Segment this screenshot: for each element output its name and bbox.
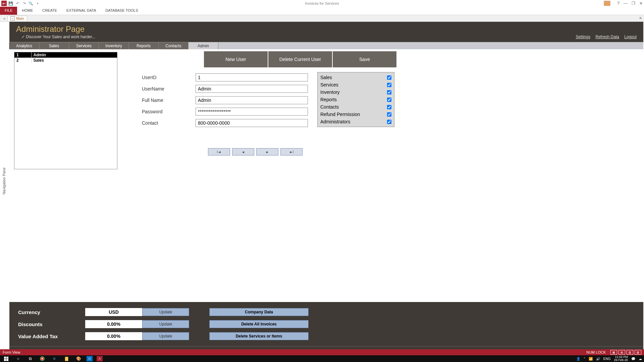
- perm-check-sales[interactable]: [387, 75, 391, 80]
- tab-analytics[interactable]: Analytics: [9, 42, 39, 49]
- document-tab-main[interactable]: ≡ Main: [7, 16, 27, 21]
- company-data-button[interactable]: Company Data: [209, 308, 309, 316]
- edge-icon[interactable]: e: [50, 355, 58, 362]
- user-list-row[interactable]: 2 Sales: [14, 58, 117, 63]
- settings-link[interactable]: Settings: [576, 35, 590, 39]
- input-fullname[interactable]: [196, 96, 308, 104]
- label-password: Password: [142, 109, 196, 114]
- user-list-row[interactable]: 1 Admin: [14, 52, 117, 58]
- discounts-update-button[interactable]: Update: [142, 320, 189, 328]
- volume-icon[interactable]: 🔊: [596, 357, 600, 361]
- people-icon[interactable]: 👤: [576, 357, 580, 361]
- explorer-icon[interactable]: ▇: [62, 355, 70, 362]
- status-left: Form View: [3, 350, 20, 354]
- user-avatar[interactable]: [604, 1, 610, 6]
- next-record-button[interactable]: ►: [256, 148, 278, 156]
- prev-record-button[interactable]: ◄: [232, 148, 254, 156]
- perm-check-inventory[interactable]: [387, 90, 391, 95]
- user-name: Admin: [31, 52, 117, 58]
- delete-invoices-button[interactable]: Delete All Invoices: [209, 320, 309, 328]
- redo-icon[interactable]: ↷: [21, 1, 27, 6]
- ribbon-tab-dbtools[interactable]: DATABASE TOOLS: [101, 7, 143, 15]
- taskbar: ○ ⧉ e ▇ 🎨 O A 👤 ˄ 📶 🔊 ENG 11:02 PM 29-Fe…: [0, 355, 644, 362]
- document-close-icon[interactable]: ✕: [639, 16, 642, 20]
- ribbon-tab-create[interactable]: CREATE: [38, 7, 62, 15]
- restore-icon[interactable]: ❐: [632, 1, 635, 6]
- form-view-icon[interactable]: ▦: [610, 350, 617, 355]
- currency-update-button[interactable]: Update: [142, 308, 189, 316]
- access-taskbar-icon[interactable]: A: [97, 356, 103, 361]
- record-navigator: I◄ ◄ ► ►I: [208, 148, 303, 156]
- vat-input[interactable]: [85, 332, 142, 340]
- perm-label: Refund Permission: [320, 112, 360, 117]
- svg-rect-0: [4, 357, 6, 359]
- cortana-icon[interactable]: ○: [14, 355, 22, 362]
- input-username[interactable]: [196, 85, 308, 93]
- currency-input[interactable]: [85, 308, 142, 316]
- tab-sales[interactable]: Sales: [39, 42, 69, 49]
- lang-indicator[interactable]: ENG: [603, 357, 611, 361]
- qat-dropdown-icon[interactable]: ▾: [35, 1, 40, 6]
- user-list[interactable]: 1 Admin 2 Sales: [14, 52, 117, 169]
- undo-icon[interactable]: ↶: [15, 1, 20, 6]
- user-id: 2: [14, 58, 31, 63]
- chrome-icon[interactable]: [38, 355, 46, 362]
- discounts-input[interactable]: [85, 320, 142, 328]
- document-tab-bar: » ≡ Main ✕: [0, 15, 644, 22]
- settings-panel: Currency Update Company Data Discounts U…: [9, 302, 643, 346]
- wifi-icon[interactable]: 📶: [589, 357, 593, 361]
- minimize-icon[interactable]: —: [624, 1, 628, 6]
- page-subtitle: ✓ Discover Your Sales and work harder...: [21, 35, 637, 39]
- permissions-box: Sales Services Inventory Reports Contact…: [317, 72, 394, 127]
- logout-link[interactable]: Logout: [624, 35, 637, 39]
- discounts-label: Discounts: [18, 321, 85, 327]
- perm-row: Sales: [320, 74, 391, 81]
- datasheet-view-icon[interactable]: ▤: [619, 350, 625, 355]
- tab-admin[interactable]: Admin: [188, 42, 218, 49]
- input-contact[interactable]: [196, 119, 308, 127]
- tab-inventory[interactable]: Inventory: [99, 42, 129, 49]
- tab-services[interactable]: Services: [69, 42, 99, 49]
- user-id: 1: [14, 52, 31, 58]
- perm-check-services[interactable]: [387, 83, 391, 87]
- delete-services-button[interactable]: Delete Services or Items: [209, 332, 309, 340]
- ribbon-tab-file[interactable]: FILE: [0, 7, 17, 15]
- tab-reports[interactable]: Reports: [128, 42, 159, 49]
- perm-check-reports[interactable]: [387, 98, 391, 102]
- outlook-icon[interactable]: O: [87, 356, 93, 361]
- perm-check-contacts[interactable]: [387, 105, 391, 109]
- close-icon[interactable]: ✕: [639, 1, 643, 6]
- task-view-icon[interactable]: ⧉: [26, 355, 34, 362]
- vat-update-button[interactable]: Update: [142, 332, 189, 340]
- help-icon[interactable]: ?: [617, 1, 620, 6]
- nav-pane-label[interactable]: Navigation Pane: [2, 168, 6, 195]
- save-icon[interactable]: 💾: [8, 1, 13, 6]
- clock[interactable]: 11:02 PM 29-Feb-20: [614, 356, 628, 362]
- page-title: Administrator Page: [16, 24, 637, 34]
- last-record-button[interactable]: ►I: [280, 148, 303, 156]
- start-button[interactable]: [2, 355, 10, 362]
- perm-check-refund[interactable]: [387, 112, 391, 117]
- save-button[interactable]: Save: [333, 51, 396, 67]
- perm-label: Sales: [320, 75, 332, 80]
- tab-contacts[interactable]: Contacts: [158, 42, 189, 49]
- print-preview-icon[interactable]: 🔍: [28, 1, 34, 6]
- delete-user-button[interactable]: Delete Current User: [268, 51, 332, 67]
- first-record-button[interactable]: I◄: [208, 148, 230, 156]
- page-header: Administrator Page ✓ Discover Your Sales…: [9, 22, 643, 42]
- refresh-link[interactable]: Refresh Data: [595, 35, 619, 39]
- ribbon-tab-external[interactable]: EXTERNAL DATA: [62, 7, 101, 15]
- design-view-icon[interactable]: ▨: [635, 350, 641, 355]
- access-icon: A≡: [1, 1, 7, 6]
- action-center-icon[interactable]: 💬: [631, 357, 635, 361]
- paint-icon[interactable]: 🎨: [74, 355, 83, 362]
- new-user-button[interactable]: New User: [204, 51, 268, 67]
- tray-chevron-icon[interactable]: ˄: [584, 357, 585, 361]
- layout-view-icon[interactable]: ▥: [627, 350, 633, 355]
- input-password[interactable]: [196, 108, 308, 116]
- input-userid[interactable]: [196, 73, 308, 81]
- ribbon-tab-home[interactable]: HOME: [17, 7, 38, 15]
- weather-icon[interactable]: ☁: [639, 357, 642, 361]
- perm-check-admins[interactable]: [387, 120, 391, 124]
- nav-expand-icon[interactable]: »: [1, 16, 7, 20]
